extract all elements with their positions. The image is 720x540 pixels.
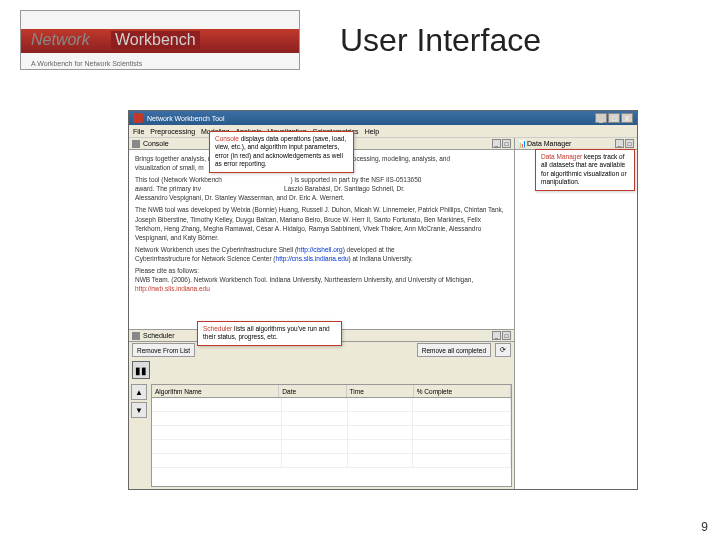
logo-text-1: Network <box>31 31 90 49</box>
data-manager-content <box>515 150 637 489</box>
refresh-icon[interactable]: ⟳ <box>495 343 511 357</box>
logo-text-2: Workbench <box>111 31 200 49</box>
scheduler-pane: Remove From List Remove all completed ⟳ … <box>129 342 514 489</box>
scheduler-callout: Scheduler lists all algorithms you've ru… <box>197 321 342 346</box>
panel-min-icon[interactable]: _ <box>492 139 501 148</box>
titlebar: Network Workbench Tool _ □ X <box>129 111 637 125</box>
callout-title: Scheduler <box>203 325 232 332</box>
console-pane: Brings together analysis, modeling, and … <box>129 150 514 330</box>
col-complete[interactable]: % Complete <box>414 385 511 397</box>
col-algorithm[interactable]: Algorithm Name <box>152 385 279 397</box>
data-manager-icon: 📊 <box>518 140 527 148</box>
link-nwb[interactable]: http://nwb.slis.indiana.edu <box>135 285 210 292</box>
remove-from-list-button[interactable]: Remove From List <box>132 343 195 357</box>
callout-title: Data Manager <box>541 153 582 160</box>
console-icon <box>132 140 140 148</box>
table-row[interactable] <box>152 412 511 426</box>
slide-title: User Interface <box>340 22 541 59</box>
menu-preprocessing[interactable]: Preprocessing <box>150 128 195 135</box>
window-title: Network Workbench Tool <box>147 115 225 122</box>
logo: Network Workbench A Workbench for Networ… <box>20 10 300 70</box>
menubar: File Preprocessing Modeling Analysis Vis… <box>129 125 637 138</box>
data-manager-header-label: Data Manager <box>527 140 571 147</box>
remove-completed-button[interactable]: Remove all completed <box>417 343 491 357</box>
move-up-button[interactable]: ▲ <box>131 384 147 400</box>
panel-max-icon[interactable]: □ <box>502 331 511 340</box>
link-cns[interactable]: http://cns.slis.indiana.edu <box>276 255 349 262</box>
menu-file[interactable]: File <box>133 128 144 135</box>
table-row[interactable] <box>152 398 511 412</box>
scheduler-header-label: Scheduler <box>143 332 175 339</box>
table-row[interactable] <box>152 426 511 440</box>
panel-max-icon[interactable]: □ <box>625 139 634 148</box>
close-button[interactable]: X <box>621 113 633 123</box>
pause-button[interactable]: ▮▮ <box>132 361 150 379</box>
table-row[interactable] <box>152 454 511 468</box>
app-icon <box>133 113 143 123</box>
minimize-button[interactable]: _ <box>595 113 607 123</box>
table-row[interactable] <box>152 440 511 454</box>
panel-min-icon[interactable]: _ <box>492 331 501 340</box>
slide-number: 9 <box>701 520 708 534</box>
panel-max-icon[interactable]: □ <box>502 139 511 148</box>
move-down-button[interactable]: ▼ <box>131 402 147 418</box>
data-manager-callout: Data Manager keeps track of all datasets… <box>535 149 635 191</box>
panel-min-icon[interactable]: _ <box>615 139 624 148</box>
console-header-label: Console <box>143 140 169 147</box>
link-cishell[interactable]: http://cishell.org <box>297 246 343 253</box>
scheduler-table: Algorithm Name Date Time % Complete <box>151 384 512 487</box>
maximize-button[interactable]: □ <box>608 113 620 123</box>
console-callout: Console displays data operations (save, … <box>209 131 354 173</box>
logo-subtitle: A Workbench for Network Scientists <box>31 60 142 67</box>
app-window: Network Workbench Tool _ □ X File Prepro… <box>128 110 638 490</box>
scheduler-icon <box>132 332 140 340</box>
menu-help[interactable]: Help <box>365 128 379 135</box>
col-time[interactable]: Time <box>347 385 414 397</box>
col-date[interactable]: Date <box>279 385 346 397</box>
callout-title: Console <box>215 135 239 142</box>
